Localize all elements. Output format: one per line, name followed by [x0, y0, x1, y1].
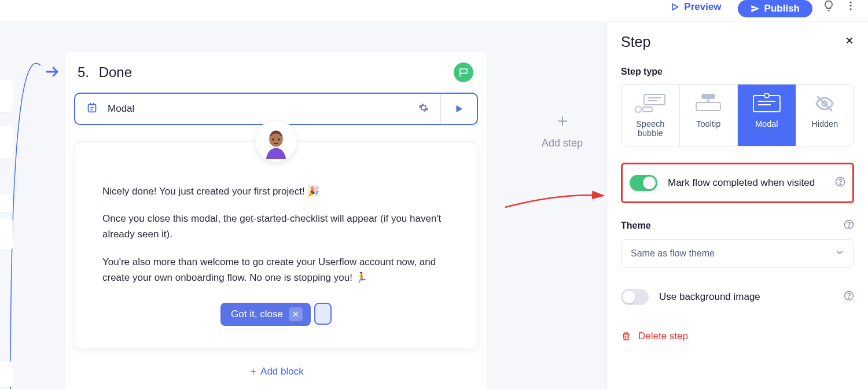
- close-icon: ✕: [289, 307, 303, 321]
- arrow-into-step-icon: [45, 64, 61, 82]
- flow-canvas: 5. Done Modal: [0, 22, 602, 389]
- svg-point-19: [764, 93, 769, 98]
- modal-type-icon: [750, 93, 784, 115]
- modal-body-paragraph: You're also more than welcome to go crea…: [102, 254, 450, 285]
- modal-cta-label: Got it, close: [231, 309, 283, 320]
- svg-point-1: [849, 2, 851, 3]
- tooltip-icon: [694, 93, 723, 115]
- publish-label: Publish: [764, 3, 800, 14]
- sidebar-close-button[interactable]: [845, 36, 854, 48]
- step-type-modal[interactable]: Modal: [738, 85, 796, 146]
- svg-point-14: [635, 107, 641, 112]
- step-type-label: Hidden: [811, 119, 838, 129]
- step-card[interactable]: 5. Done Modal: [65, 52, 487, 389]
- finish-flag-badge: [454, 63, 473, 82]
- bg-image-row: Use background image: [621, 289, 854, 305]
- flag-icon: [458, 67, 469, 78]
- modal-body-paragraph: Nicely done! You just created your first…: [102, 184, 450, 199]
- svg-rect-15: [643, 107, 652, 112]
- step-type-tooltip[interactable]: Tooltip: [680, 85, 738, 146]
- svg-point-25: [840, 184, 841, 185]
- plus-icon: ＋: [542, 109, 583, 133]
- preview-button[interactable]: Preview: [664, 0, 727, 14]
- ghost-step-card[interactable]: [0, 195, 13, 212]
- preview-label: Preview: [684, 1, 721, 13]
- plus-icon: ＋: [248, 366, 258, 377]
- trash-icon: [621, 331, 631, 342]
- theme-select[interactable]: Same as flow theme: [621, 239, 854, 268]
- publish-button[interactable]: Publish: [738, 0, 812, 17]
- avatar: [255, 120, 297, 163]
- svg-rect-17: [696, 102, 720, 111]
- block-settings-button[interactable]: [407, 102, 440, 115]
- sidebar-title: Step: [621, 34, 650, 50]
- play-outline-icon: [670, 2, 679, 12]
- step-type-selector: Speech bubble Tooltip Modal: [621, 84, 854, 146]
- ghost-step-card[interactable]: [0, 80, 13, 112]
- add-step-button[interactable]: ＋ Add step: [542, 109, 583, 149]
- step-type-label: Speech bubble: [624, 119, 677, 138]
- svg-point-8: [269, 133, 282, 146]
- mark-complete-toggle[interactable]: [630, 175, 657, 191]
- help-icon[interactable]: [844, 219, 854, 232]
- avatar-illustration: [258, 123, 294, 159]
- step-type-speech-bubble[interactable]: Speech bubble: [621, 85, 680, 146]
- bg-image-toggle[interactable]: [621, 289, 649, 305]
- add-block-button[interactable]: ＋ Add block: [65, 348, 487, 389]
- speech-bubble-icon: [634, 93, 667, 115]
- block-type-label: Modal: [108, 103, 134, 115]
- gear-icon: [418, 102, 429, 113]
- step-number: 5.: [78, 64, 89, 80]
- svg-marker-6: [457, 105, 463, 112]
- paper-plane-icon: [751, 4, 760, 13]
- play-icon: [454, 104, 464, 114]
- step-settings-sidebar: Step Step type Speech bubble Tooltip: [606, 22, 868, 389]
- mark-complete-label: Mark flow completed when visited: [668, 177, 825, 189]
- step-title: Done: [99, 64, 132, 80]
- block-play-button[interactable]: [440, 94, 477, 124]
- modal-body-paragraph: Once you close this modal, the get-start…: [102, 211, 450, 242]
- ghost-step-card[interactable]: [0, 218, 13, 250]
- ghost-step-card[interactable]: [0, 126, 13, 159]
- svg-rect-11: [644, 94, 665, 105]
- step-title-row: 5. Done: [65, 52, 487, 93]
- svg-point-27: [848, 226, 849, 227]
- delete-step-button[interactable]: Delete step: [621, 331, 854, 342]
- close-icon: [845, 36, 854, 45]
- help-icon[interactable]: [835, 177, 845, 189]
- modal-cta-button[interactable]: Got it, close ✕: [220, 303, 311, 326]
- svg-point-3: [849, 8, 851, 10]
- svg-point-10: [278, 138, 279, 140]
- step-type-label: Modal: [755, 119, 778, 129]
- add-step-label: Add step: [542, 137, 583, 149]
- add-block-label: Add block: [260, 366, 304, 377]
- add-cta-button[interactable]: [314, 303, 332, 325]
- bg-image-label: Use background image: [659, 291, 833, 303]
- svg-point-2: [849, 5, 851, 6]
- step-type-label: Step type: [621, 67, 854, 77]
- delete-step-label: Delete step: [638, 331, 688, 342]
- modal-preview[interactable]: Nicely done! You just created your first…: [74, 141, 478, 348]
- svg-point-9: [272, 138, 274, 140]
- mark-complete-row: Mark flow completed when visited: [621, 163, 854, 203]
- help-icon[interactable]: [844, 291, 854, 303]
- svg-point-29: [848, 298, 849, 299]
- lightbulb-icon[interactable]: [823, 0, 834, 12]
- theme-label: Theme: [621, 221, 651, 231]
- ghost-step-card[interactable]: [0, 361, 13, 387]
- more-menu-icon[interactable]: [845, 0, 856, 12]
- theme-value: Same as flow theme: [631, 248, 715, 259]
- hidden-icon: [815, 93, 834, 115]
- header-bar: Preview Publish: [0, 0, 868, 22]
- chevron-down-icon: [835, 248, 844, 259]
- modal-icon: [86, 101, 98, 116]
- svg-rect-16: [702, 94, 715, 98]
- svg-marker-0: [672, 4, 678, 10]
- step-type-hidden[interactable]: Hidden: [796, 85, 854, 146]
- step-type-label: Tooltip: [696, 119, 720, 129]
